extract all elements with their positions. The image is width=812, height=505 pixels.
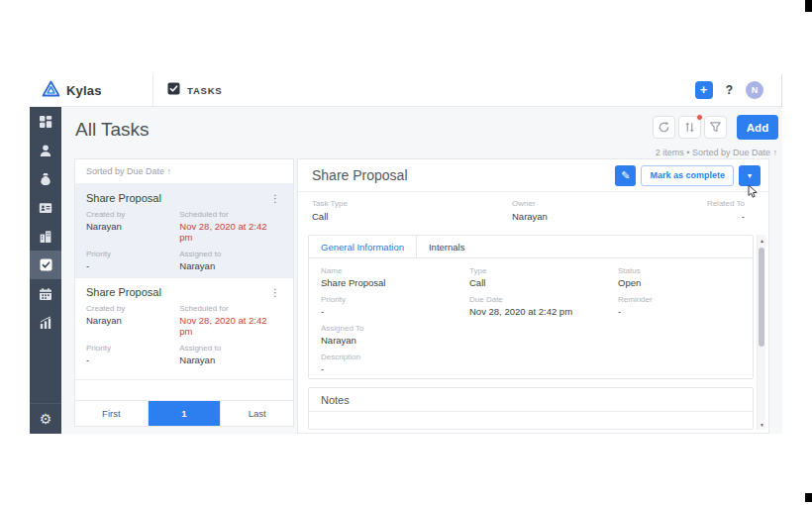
screen-artifact-top (805, 0, 812, 12)
detail-header: Share Proposal ✎ Mark as complete ▾ (298, 159, 768, 192)
card-field-created-by: Created by Narayan (86, 210, 179, 243)
task-card-title: Share Proposal (86, 192, 161, 204)
sidebar-item-reports[interactable] (30, 308, 61, 337)
card-field-assigned: Assigned to Narayan (179, 250, 282, 271)
chevron-down-icon: ▾ (748, 171, 752, 180)
sidebar-item-leads[interactable] (30, 136, 61, 164)
main-content: All Tasks A (61, 107, 782, 434)
tab-general-information[interactable]: General Information (309, 236, 417, 257)
brand-name: Kylas (66, 83, 102, 98)
notification-dot (696, 114, 703, 121)
field-status: Status Open (618, 266, 741, 288)
detail-scrollbar[interactable]: ▲ ▼ (757, 235, 765, 430)
detail-title: Share Proposal (312, 167, 408, 183)
detail-tabs: General Information Internals (309, 236, 753, 258)
page-title: All Tasks (75, 119, 150, 141)
field-assigned-to: Assigned To Narayan (321, 324, 469, 346)
sort-icon (683, 121, 696, 134)
card-field-priority: Priority - (86, 344, 179, 365)
pagination-page-1[interactable]: 1 (149, 401, 222, 426)
tab-internals[interactable]: Internals (417, 236, 476, 257)
kebab-menu-icon[interactable]: ⋮ (268, 287, 282, 298)
card-field-assigned: Assigned to Narayan (179, 344, 282, 365)
building-icon (39, 230, 52, 244)
mark-complete-button[interactable]: Mark as complete (641, 165, 734, 186)
list-summary: 2 items • Sorted by Due Date ↑ (656, 148, 777, 157)
brand[interactable]: Kylas (30, 80, 152, 101)
calendar-icon (39, 287, 52, 301)
pagination-first[interactable]: First (75, 401, 149, 426)
task-list-panel: Sorted by Due Date ↑ Share Proposal ⋮ Cr… (74, 158, 294, 427)
quick-add-button[interactable]: + (695, 81, 713, 99)
kylas-logo-icon (42, 80, 60, 101)
screen-artifact-bottom (805, 493, 812, 502)
pagination-last[interactable]: Last (221, 401, 293, 426)
nav-tab-tasks[interactable]: TASKS (153, 74, 237, 106)
sidebar-item-dashboard[interactable] (30, 107, 61, 136)
checkbox-icon (167, 81, 180, 99)
task-detail-panel: Share Proposal ✎ Mark as complete ▾ Task… (297, 158, 769, 434)
kebab-menu-icon[interactable]: ⋮ (268, 193, 282, 204)
header-right-group: + ? N (695, 81, 781, 99)
refresh-button[interactable] (653, 116, 675, 139)
pagination: First 1 Last (75, 400, 293, 426)
money-bag-icon (39, 172, 52, 186)
sidebar-item-tasks[interactable] (30, 251, 61, 279)
detail-fields: Name Share Proposal Type Call Status Ope… (309, 258, 753, 382)
scroll-down-icon[interactable]: ▼ (758, 420, 766, 429)
user-avatar[interactable]: N (746, 81, 763, 99)
sidebar-item-deals[interactable] (30, 164, 61, 193)
refresh-icon (658, 121, 670, 134)
sidebar-item-meetings[interactable] (30, 279, 61, 308)
sidebar-spacer (30, 337, 61, 403)
sort-button[interactable] (678, 116, 701, 139)
page: Kylas TASKS + ? N (0, 0, 812, 505)
sidebar: ⚙ (30, 107, 61, 434)
dashboard-icon (39, 115, 52, 129)
field-name: Name Share Proposal (321, 266, 469, 288)
task-card-title: Share Proposal (86, 286, 161, 298)
sidebar-item-contacts[interactable] (30, 193, 61, 222)
tasks-check-icon (40, 258, 52, 271)
card-field-scheduled: Scheduled for Nov 28, 2020 at 2:42 pm (179, 210, 282, 243)
bar-chart-icon (39, 316, 52, 330)
list-sort-header[interactable]: Sorted by Due Date ↑ (75, 159, 293, 184)
nav-tab-label: TASKS (187, 85, 223, 96)
scroll-up-icon[interactable]: ▲ (758, 236, 766, 245)
filter-button[interactable] (704, 116, 727, 139)
overdue-date: Nov 28, 2020 at 2:42 pm (179, 221, 282, 243)
scrollbar-thumb[interactable] (759, 248, 764, 347)
app-header: Kylas TASKS + ? N (30, 74, 781, 107)
edit-button[interactable]: ✎ (615, 165, 636, 186)
summary-owner: Owner Narayan (512, 199, 548, 222)
help-button[interactable]: ? (726, 83, 733, 97)
task-card[interactable]: Share Proposal ⋮ Created by Narayan Sche… (75, 184, 293, 278)
detail-tab-box: General Information Internals Name Share… (308, 235, 754, 379)
summary-related-to: Related To - (707, 199, 745, 222)
card-field-priority: Priority - (86, 250, 179, 271)
detail-summary-row: Task Type Call Owner Narayan Related To … (298, 193, 768, 233)
sidebar-item-companies[interactable] (30, 222, 61, 251)
field-due-date: Due Date Nov 28, 2020 at 2:42 pm (469, 295, 618, 317)
summary-task-type: Task Type Call (312, 199, 348, 222)
detail-actions: ✎ Mark as complete ▾ (615, 165, 761, 186)
overdue-date: Nov 28, 2020 at 2:42 pm (179, 315, 282, 337)
contact-card-icon (39, 201, 52, 215)
task-card[interactable]: Share Proposal ⋮ Created by Narayan Sche… (75, 278, 293, 380)
notes-title: Notes (309, 388, 753, 412)
app-window: Kylas TASKS + ? N (30, 74, 782, 434)
card-field-scheduled: Scheduled for Nov 28, 2020 at 2:42 pm (179, 304, 282, 337)
add-task-button[interactable]: Add (737, 115, 778, 140)
field-type: Type Call (469, 266, 618, 288)
more-actions-dropdown[interactable]: ▾ (739, 165, 761, 186)
user-icon (39, 144, 52, 157)
notes-section: Notes (308, 387, 754, 430)
field-description: Description - (321, 353, 469, 374)
funnel-icon (709, 121, 722, 134)
pencil-icon: ✎ (621, 169, 630, 182)
card-field-created-by: Created by Narayan (86, 304, 179, 337)
field-priority: Priority - (321, 295, 469, 317)
settings-gear-icon[interactable]: ⚙ (30, 404, 61, 434)
field-reminder: Reminder - (618, 295, 741, 317)
